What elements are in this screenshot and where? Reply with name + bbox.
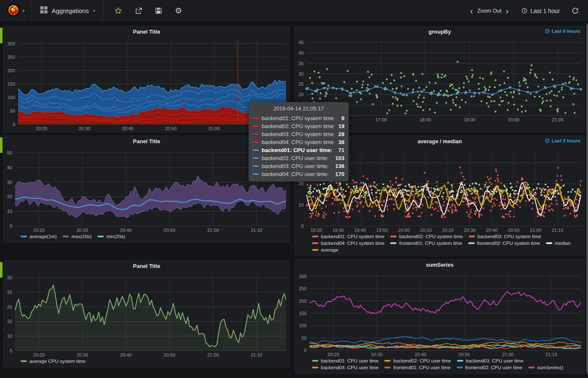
svg-text:20:20: 20:20	[328, 352, 339, 357]
svg-text:20:50: 20:50	[164, 228, 176, 233]
svg-text:18:00: 18:00	[420, 117, 431, 122]
row-toggle[interactable]	[0, 28, 3, 43]
settings-button[interactable]: ⚙	[168, 0, 188, 21]
legend-swatch	[528, 367, 535, 368]
svg-text:20:10: 20:10	[420, 228, 432, 233]
legend-label: backend03: CPU system time	[478, 234, 541, 239]
chart-canvas[interactable]: 20:2020:3020:4020:5021:0021:100501001502…	[4, 37, 289, 132]
legend-item[interactable]: frontend01: CPU system time	[390, 241, 462, 246]
legend-item[interactable]: backend01: CPU system time	[312, 234, 384, 239]
legend-item[interactable]: backend01: CPU user time	[312, 358, 378, 363]
panel-avg-max-min: Panel Title 20:2020:3020:4020:5021:0021:…	[3, 136, 290, 243]
svg-text:20:40: 20:40	[486, 228, 498, 233]
star-icon	[114, 7, 122, 15]
dashboard-title: Aggregations	[52, 7, 89, 14]
svg-text:250: 250	[299, 286, 307, 291]
svg-text:35: 35	[299, 61, 304, 66]
panel-time-badge[interactable]: Last 6 hours	[545, 29, 580, 34]
svg-text:20: 20	[7, 304, 12, 310]
tooltip-series-value: 103	[335, 155, 344, 161]
svg-text:21:00: 21:00	[502, 352, 514, 357]
save-button[interactable]	[149, 0, 168, 21]
legend-item[interactable]: sumSeries()	[528, 365, 563, 370]
legend-swatch	[63, 236, 69, 237]
svg-text:21:10: 21:10	[546, 352, 557, 357]
legend: average(1m)max(20s)min(20s)	[4, 234, 289, 242]
star-button[interactable]	[108, 0, 129, 21]
legend-item[interactable]: frontend01: CPU user time	[384, 365, 450, 370]
tooltip-series-value: 19	[339, 123, 344, 129]
chart-canvas[interactable]: 20:2020:3020:4020:5021:0021:100501001502…	[295, 270, 584, 358]
chart-canvas[interactable]: 20:2020:3020:4020:5021:0021:100102030405…	[4, 147, 289, 234]
time-range-picker[interactable]: Last 1 hour	[513, 8, 566, 14]
svg-text:20:20: 20:20	[442, 228, 454, 233]
legend-swatch	[390, 236, 396, 237]
legend-item[interactable]: max(20s)	[63, 234, 92, 239]
scrollbar[interactable]	[586, 23, 588, 376]
legend-label: max(20s)	[71, 234, 92, 239]
time-forward-button[interactable]: ›	[501, 6, 513, 15]
legend-item[interactable]: median	[546, 241, 571, 246]
svg-text:20:50: 20:50	[458, 352, 470, 357]
tooltip-row: backend03: CPU user time:136	[253, 162, 344, 170]
scrollbar-thumb[interactable]	[586, 24, 588, 373]
tooltip-row: backend01: CPU user time:71	[253, 146, 344, 154]
share-button[interactable]	[129, 0, 149, 21]
zoom-out-button[interactable]: Zoom Out	[477, 8, 501, 14]
legend-item[interactable]: backend02: CPU user time	[384, 358, 451, 363]
row-toggle[interactable]	[0, 262, 3, 278]
series-swatch	[253, 165, 259, 167]
legend-item[interactable]: backend03: CPU user time	[457, 358, 523, 363]
svg-text:17:00: 17:00	[375, 117, 387, 122]
legend-swatch	[21, 236, 27, 237]
legend-item[interactable]: backend03: CPU system time	[469, 234, 541, 239]
svg-text:20:30: 20:30	[464, 228, 476, 233]
panel-title[interactable]: Panel Title	[4, 26, 289, 37]
svg-text:0: 0	[10, 223, 12, 228]
legend-label: average(1m)	[29, 234, 57, 239]
svg-text:20:20: 20:20	[33, 352, 45, 357]
svg-text:20:40: 20:40	[120, 228, 132, 233]
chart-canvas[interactable]: 20:2020:3020:4020:5021:0021:105101520253…	[4, 271, 289, 358]
panel-title[interactable]: Panel Title	[4, 261, 289, 271]
save-icon	[155, 7, 162, 14]
legend-item[interactable]: min(20s)	[97, 234, 125, 239]
graph-tooltip: 2016-04-14 21:05:17 backend01: CPU syste…	[249, 102, 349, 181]
row-toggle[interactable]	[0, 137, 3, 153]
legend-item[interactable]: frontend02: CPU user time	[457, 365, 522, 370]
tooltip-series-label: backend02: CPU user time:	[262, 155, 332, 161]
refresh-button[interactable]	[566, 7, 581, 14]
panel-time-badge[interactable]: Last 2 hours	[545, 138, 580, 143]
legend-swatch	[312, 367, 318, 368]
grafana-logo-menu[interactable]: ▾	[0, 0, 32, 21]
navbar-right: ‹ Zoom Out › Last 1 hour	[466, 0, 588, 21]
legend-item[interactable]: backend04: CPU system time	[312, 241, 384, 246]
legend: average CPU system time	[4, 358, 289, 367]
time-back-button[interactable]: ‹	[466, 6, 477, 15]
legend-swatch	[384, 367, 391, 368]
clock-icon	[545, 29, 550, 34]
svg-text:20: 20	[7, 194, 12, 199]
panel-title[interactable]: sumSeries	[295, 260, 584, 270]
svg-text:21:10: 21:10	[251, 352, 262, 357]
tooltip-row: backend03: CPU system time:28	[253, 130, 344, 138]
legend-item[interactable]: average	[312, 247, 339, 252]
svg-text:20:40: 20:40	[120, 352, 132, 357]
tooltip-row: backend04: CPU system time:38	[253, 138, 344, 146]
svg-text:100: 100	[299, 323, 307, 328]
legend-item[interactable]: backend02: CPU system time	[390, 234, 462, 239]
series-swatch	[253, 126, 259, 127]
legend-item[interactable]: average(1m)	[21, 234, 57, 239]
svg-text:20:50: 20:50	[165, 126, 177, 131]
panel-title[interactable]: groupBy	[295, 26, 584, 37]
legend-label: frontend02: CPU user time	[465, 365, 522, 370]
legend-item[interactable]: average CPU system time	[21, 359, 86, 364]
legend-label: sumSeries()	[537, 365, 563, 370]
tooltip-series-label: backend01: CPU system time:	[262, 115, 339, 121]
legend-item[interactable]: frontend02: CPU system time	[468, 241, 540, 246]
panel-title[interactable]: Panel Title	[4, 136, 289, 147]
gear-icon: ⚙	[175, 7, 182, 15]
dashboard-picker[interactable]: Aggregations ▾	[32, 0, 104, 21]
legend-item[interactable]: backend04: CPU user time	[312, 365, 378, 370]
legend-label: frontend01: CPU user time	[393, 365, 450, 370]
